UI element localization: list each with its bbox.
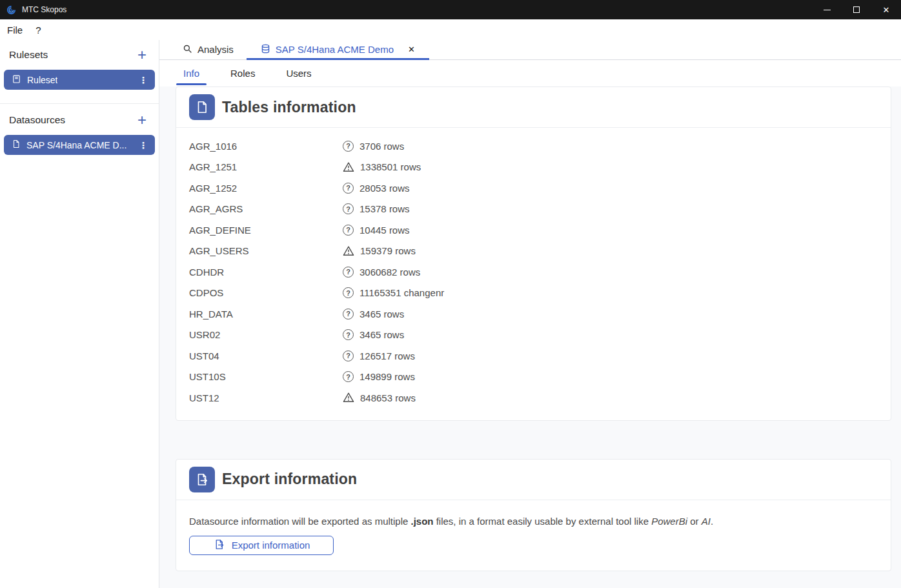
table-row: AGR_1252 ? 28053 rows	[189, 177, 878, 199]
export-information-button[interactable]: Export information	[189, 536, 334, 555]
tab-bar: Analysis SAP S/4Hana ACME Demo ✕	[159, 40, 901, 60]
maximize-button[interactable]	[842, 0, 871, 19]
datasource-kebab-menu-icon[interactable]: ⋮	[139, 140, 148, 150]
tables-information-card: Tables information AGR_1016 ? 3706 rows …	[176, 86, 891, 421]
table-value: 3465 rows	[359, 329, 404, 340]
app-window: MTC Skopos ✕ File ? Rulesets +	[0, 0, 901, 588]
minimize-icon	[824, 10, 831, 10]
ruleset-item-label: Ruleset	[27, 75, 57, 85]
app-logo-icon	[6, 5, 17, 15]
tab-close-icon[interactable]: ✕	[408, 45, 415, 54]
table-name: HR_DATA	[189, 309, 343, 319]
table-name: AGR_USERS	[189, 245, 343, 256]
table-row: AGR_AGRS ? 15378 rows	[189, 199, 878, 220]
table-row: USR02 ? 3465 rows	[189, 325, 878, 346]
warning-icon[interactable]	[343, 161, 354, 173]
rulesets-section-header: Rulesets +	[0, 44, 159, 65]
table-value: 15378 rows	[359, 203, 410, 214]
export-section-title: Export information	[222, 471, 357, 488]
book-icon	[12, 74, 21, 86]
datasources-header-label: Datasources	[9, 114, 65, 126]
help-icon[interactable]: ?	[343, 225, 354, 236]
export-file-icon	[213, 538, 225, 553]
window-title: MTC Skopos	[22, 5, 66, 14]
table-name: UST04	[189, 350, 343, 361]
subtab-bar: Info Roles Users	[159, 60, 901, 86]
help-icon[interactable]: ?	[343, 309, 354, 319]
help-icon[interactable]: ?	[343, 183, 354, 194]
table-value: 848653 rows	[360, 392, 416, 403]
help-icon[interactable]: ?	[343, 371, 354, 382]
content-area: Tables information AGR_1016 ? 3706 rows …	[159, 86, 901, 588]
sidebar-divider	[0, 103, 159, 104]
table-row: AGR_1251 ? 1338501 rows	[189, 157, 878, 178]
maximize-icon	[853, 6, 860, 13]
export-information-card: Export information Datasource informatio…	[176, 459, 891, 571]
document-icon	[12, 139, 21, 150]
tab-datasource-label: SAP S/4Hana ACME Demo	[276, 44, 394, 55]
help-icon[interactable]: ?	[343, 350, 354, 361]
table-row: AGR_1016 ? 3706 rows	[189, 136, 878, 157]
table-value: 159379 rows	[360, 245, 416, 256]
help-icon[interactable]: ?	[343, 203, 354, 214]
sidebar: Rulesets + Ruleset ⋮ Datasources +	[0, 40, 159, 588]
table-value: 1338501 rows	[360, 161, 421, 172]
help-icon[interactable]: ?	[343, 141, 354, 152]
sidebar-item-datasource[interactable]: SAP S/4Hana ACME D... ⋮	[4, 135, 155, 155]
tables-section-title: Tables information	[222, 99, 356, 116]
table-value: 3060682 rows	[359, 267, 420, 278]
help-icon[interactable]: ?	[343, 287, 354, 298]
table-value: 126517 rows	[359, 350, 415, 361]
table-row: HR_DATA ? 3465 rows	[189, 303, 878, 325]
table-row: UST04 ? 126517 rows	[189, 345, 878, 367]
table-name: UST10S	[189, 371, 343, 382]
main-panel: Analysis SAP S/4Hana ACME Demo ✕ Info	[159, 40, 901, 588]
tab-analysis[interactable]: Analysis	[175, 39, 241, 59]
table-name: CDHDR	[189, 267, 343, 278]
add-ruleset-button[interactable]: +	[137, 49, 147, 61]
table-row: AGR_DEFINE ? 10445 rows	[189, 219, 878, 241]
table-row: UST10S ? 149899 rows	[189, 367, 878, 388]
window-controls: ✕	[812, 0, 901, 19]
tables-icon	[189, 94, 215, 120]
close-button[interactable]: ✕	[871, 0, 901, 19]
table-name: AGR_1252	[189, 183, 343, 194]
tab-datasource[interactable]: SAP S/4Hana ACME Demo ✕	[247, 39, 429, 59]
tab-users[interactable]: Users	[278, 60, 319, 86]
tab-analysis-label: Analysis	[197, 44, 234, 55]
sidebar-item-ruleset[interactable]: Ruleset ⋮	[4, 70, 155, 90]
table-name: AGR_1251	[189, 161, 343, 172]
table-name: UST12	[189, 392, 343, 403]
tables-card-header: Tables information	[176, 87, 891, 127]
menu-help[interactable]: ?	[35, 25, 41, 35]
warning-icon[interactable]	[343, 392, 354, 403]
table-name: USR02	[189, 329, 343, 340]
close-icon: ✕	[883, 6, 890, 14]
table-value: 10445 rows	[359, 225, 410, 236]
ruleset-kebab-menu-icon[interactable]: ⋮	[139, 75, 148, 85]
table-value: 28053 rows	[359, 183, 410, 194]
warning-icon[interactable]	[343, 245, 354, 257]
menu-file[interactable]: File	[7, 25, 23, 35]
menu-bar: File ?	[0, 19, 901, 40]
tables-list: AGR_1016 ? 3706 rows AGR_1251 ?	[189, 136, 878, 409]
rulesets-header-label: Rulesets	[9, 49, 48, 61]
table-row: CDPOS ? 11165351 changenr	[189, 283, 878, 304]
table-name: CDPOS	[189, 287, 343, 298]
table-value: 149899 rows	[359, 371, 415, 382]
minimize-button[interactable]	[812, 0, 842, 19]
table-row: CDHDR ? 3060682 rows	[189, 261, 878, 283]
datasource-item-label: SAP S/4Hana ACME D...	[26, 140, 127, 150]
table-name: AGR_AGRS	[189, 203, 343, 214]
export-description: Datasource information will be exported …	[189, 516, 878, 527]
add-datasource-button[interactable]: +	[137, 114, 147, 126]
help-icon[interactable]: ?	[343, 267, 354, 278]
table-row: UST12 ? 848653 rows	[189, 387, 878, 409]
table-value: 3465 rows	[359, 309, 404, 319]
tab-info[interactable]: Info	[175, 60, 208, 86]
database-icon	[261, 44, 270, 56]
tab-roles[interactable]: Roles	[222, 60, 263, 86]
export-button-label: Export information	[232, 540, 310, 551]
help-icon[interactable]: ?	[343, 329, 354, 340]
export-icon	[189, 467, 215, 492]
